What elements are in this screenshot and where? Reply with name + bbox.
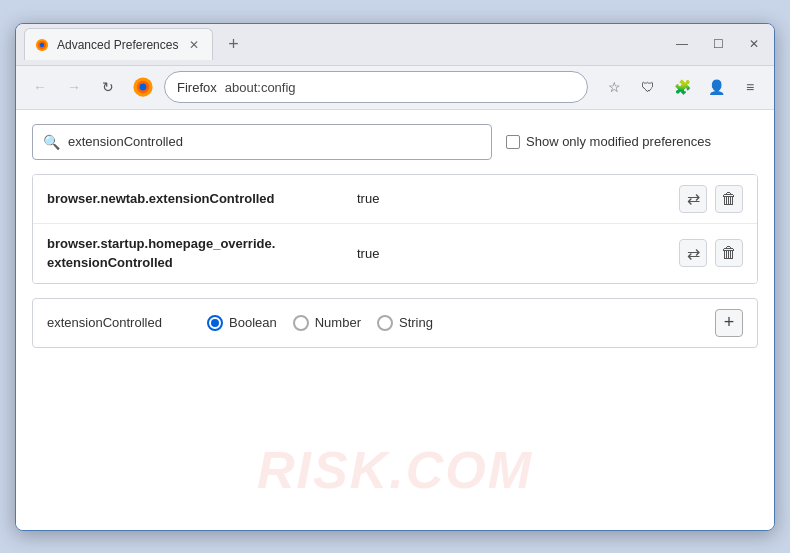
content-area: 🔍 Show only modified preferences browser… xyxy=(16,110,774,530)
window-controls: — ☐ ✕ xyxy=(670,32,766,56)
extension-button[interactable]: 🧩 xyxy=(668,73,696,101)
active-tab[interactable]: Advanced Preferences ✕ xyxy=(24,28,213,60)
pref-name-0: browser.newtab.extensionControlled xyxy=(47,191,347,206)
pref-delete-button-0[interactable]: 🗑 xyxy=(715,185,743,213)
menu-button[interactable]: ≡ xyxy=(736,73,764,101)
add-preference-button[interactable]: + xyxy=(715,309,743,337)
search-input[interactable] xyxy=(68,134,481,149)
forward-icon: → xyxy=(67,79,81,95)
radio-number-outer xyxy=(293,315,309,331)
bookmark-button[interactable]: ☆ xyxy=(600,73,628,101)
browser-window: Advanced Preferences ✕ + — ☐ ✕ ← → ↻ Fir… xyxy=(15,23,775,531)
radio-number-label: Number xyxy=(315,315,361,330)
radio-string-outer xyxy=(377,315,393,331)
title-bar: Advanced Preferences ✕ + — ☐ ✕ xyxy=(16,24,774,66)
table-row: browser.startup.homepage_override. exten… xyxy=(33,224,757,283)
tab-favicon-icon xyxy=(35,38,49,52)
address-bar[interactable]: Firefox about:config xyxy=(164,71,588,103)
show-modified-text: Show only modified preferences xyxy=(526,134,711,149)
maximize-button[interactable]: ☐ xyxy=(706,32,730,56)
type-radio-group: Boolean Number String xyxy=(207,315,433,331)
pref-name-line1: browser.startup.homepage_override. xyxy=(47,234,347,254)
show-modified-label[interactable]: Show only modified preferences xyxy=(506,134,711,149)
navigation-bar: ← → ↻ Firefox about:config ☆ 🛡 🧩 xyxy=(16,66,774,110)
svg-point-5 xyxy=(140,84,147,91)
preferences-table: browser.newtab.extensionControlled true … xyxy=(32,174,758,284)
pref-name-1: browser.startup.homepage_override. exten… xyxy=(47,234,347,273)
forward-button[interactable]: → xyxy=(60,73,88,101)
pref-value-1: true xyxy=(357,246,379,261)
radio-boolean-label: Boolean xyxy=(229,315,277,330)
nav-toolbar-icons: ☆ 🛡 🧩 👤 ≡ xyxy=(600,73,764,101)
radio-boolean-outer xyxy=(207,315,223,331)
pref-name-line2: extensionControlled xyxy=(47,253,347,273)
browser-label: Firefox xyxy=(177,80,217,95)
pref-toggle-button-1[interactable]: ⇄ xyxy=(679,239,707,267)
watermark: RISK.COM xyxy=(257,440,533,500)
add-preference-row: extensionControlled Boolean Number xyxy=(32,298,758,348)
bookmark-icon: ☆ xyxy=(608,79,621,95)
show-modified-checkbox[interactable] xyxy=(506,135,520,149)
search-input-wrap: 🔍 xyxy=(32,124,492,160)
shield-icon: 🛡 xyxy=(641,79,655,95)
refresh-button[interactable]: ↻ xyxy=(94,73,122,101)
minimize-button[interactable]: — xyxy=(670,32,694,56)
profile-button[interactable]: 👤 xyxy=(702,73,730,101)
search-icon: 🔍 xyxy=(43,134,60,150)
search-bar: 🔍 Show only modified preferences xyxy=(32,124,758,160)
radio-number[interactable]: Number xyxy=(293,315,361,331)
tab-close-button[interactable]: ✕ xyxy=(186,37,202,53)
menu-icon: ≡ xyxy=(746,79,754,95)
shield-button[interactable]: 🛡 xyxy=(634,73,662,101)
back-button[interactable]: ← xyxy=(26,73,54,101)
new-tab-button[interactable]: + xyxy=(219,30,247,58)
firefox-logo-icon xyxy=(132,76,154,98)
tab-title: Advanced Preferences xyxy=(57,38,178,52)
address-text: about:config xyxy=(225,80,296,95)
pref-toggle-button-0[interactable]: ⇄ xyxy=(679,185,707,213)
pref-delete-button-1[interactable]: 🗑 xyxy=(715,239,743,267)
table-row: browser.newtab.extensionControlled true … xyxy=(33,175,757,224)
close-window-button[interactable]: ✕ xyxy=(742,32,766,56)
back-icon: ← xyxy=(33,79,47,95)
svg-point-2 xyxy=(40,42,44,46)
new-pref-name: extensionControlled xyxy=(47,315,187,330)
refresh-icon: ↻ xyxy=(102,79,114,95)
pref-value-0: true xyxy=(357,191,379,206)
profile-icon: 👤 xyxy=(708,79,725,95)
extension-icon: 🧩 xyxy=(674,79,691,95)
radio-string[interactable]: String xyxy=(377,315,433,331)
pref-actions-0: ⇄ 🗑 xyxy=(679,185,743,213)
radio-boolean-inner xyxy=(211,319,219,327)
radio-string-label: String xyxy=(399,315,433,330)
pref-actions-1: ⇄ 🗑 xyxy=(679,239,743,267)
radio-boolean[interactable]: Boolean xyxy=(207,315,277,331)
